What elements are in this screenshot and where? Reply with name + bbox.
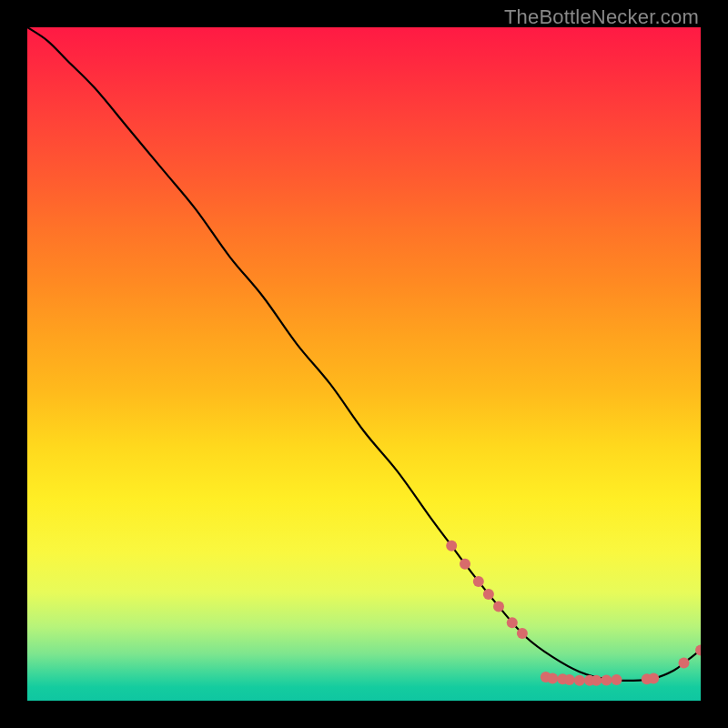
- curve-marker: [574, 675, 585, 686]
- curve-marker: [517, 628, 528, 639]
- curve-marker: [473, 576, 484, 587]
- curve-marker: [483, 589, 494, 600]
- curve-marker: [679, 658, 690, 669]
- curve-marker: [446, 541, 457, 551]
- curve-marker: [547, 673, 558, 684]
- chart-plot-area: [27, 27, 701, 701]
- curve-marker: [493, 601, 504, 612]
- curve-marker: [460, 559, 470, 570]
- curve-marker: [507, 617, 518, 628]
- curve-marker: [601, 674, 612, 685]
- bottleneck-curve: [27, 27, 701, 681]
- curve-marker: [648, 673, 659, 684]
- curve-marker: [612, 674, 622, 685]
- curve-markers: [446, 541, 701, 686]
- curve-marker: [591, 675, 602, 686]
- chart-svg-overlay: [27, 27, 701, 701]
- watermark-text: TheBottleNecker.com: [504, 5, 699, 29]
- chart-stage: TheBottleNecker.com: [0, 0, 728, 728]
- curve-marker: [564, 674, 575, 685]
